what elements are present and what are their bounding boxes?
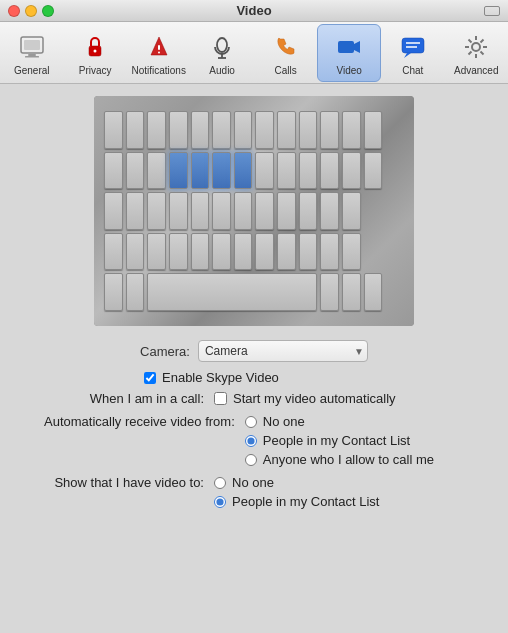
audio-icon <box>206 31 238 63</box>
auto-receive-anyone-label: Anyone who I allow to call me <box>263 452 434 467</box>
show-video-no-one-row: No one <box>214 475 379 490</box>
auto-receive-anyone-radio[interactable] <box>245 454 257 466</box>
chat-icon <box>397 31 429 63</box>
svg-point-9 <box>217 38 227 52</box>
svg-rect-7 <box>158 45 160 50</box>
toolbar-item-general[interactable]: General <box>0 24 63 82</box>
auto-receive-contact-list-row: People in my Contact List <box>245 433 434 448</box>
main-content: Camera: Camera ▼ Enable Skype Video When… <box>0 84 508 533</box>
toolbar-item-audio[interactable]: Audio <box>190 24 253 82</box>
titlebar: Video <box>0 0 508 22</box>
traffic-lights <box>8 5 54 17</box>
show-video-label: Show that I have video to: <box>44 475 214 490</box>
camera-preview <box>94 96 414 326</box>
svg-rect-14 <box>402 38 424 53</box>
svg-line-23 <box>469 40 472 43</box>
camera-row: Camera: Camera ▼ <box>20 340 488 362</box>
enable-skype-video-checkbox[interactable] <box>144 372 156 384</box>
svg-line-25 <box>481 40 484 43</box>
svg-point-5 <box>94 50 97 53</box>
toolbar-item-notifications[interactable]: Notifications <box>127 24 190 82</box>
camera-label: Camera: <box>140 344 190 359</box>
auto-receive-no-one-label: No one <box>263 414 305 429</box>
auto-receive-section: Automatically receive video from: No one… <box>44 414 464 467</box>
svg-rect-12 <box>338 41 354 53</box>
advanced-icon <box>460 31 492 63</box>
toolbar-label-chat: Chat <box>402 65 423 76</box>
show-video-no-one-radio[interactable] <box>214 477 226 489</box>
when-in-call-section: When I am in a call: Start my video auto… <box>44 391 464 406</box>
options-section: Enable Skype Video When I am in a call: … <box>44 370 464 517</box>
show-video-section: Show that I have video to: No one People… <box>44 475 464 509</box>
video-icon <box>333 31 365 63</box>
show-video-no-one-label: No one <box>232 475 274 490</box>
auto-receive-contact-list-label: People in my Contact List <box>263 433 410 448</box>
toolbar-item-advanced[interactable]: Advanced <box>445 24 508 82</box>
show-video-contact-list-radio[interactable] <box>214 496 226 508</box>
toolbar-label-audio: Audio <box>209 65 235 76</box>
svg-marker-13 <box>354 41 360 53</box>
toolbar: General Privacy Notifications <box>0 22 508 84</box>
enable-skype-video-row: Enable Skype Video <box>144 370 464 385</box>
general-icon <box>16 31 48 63</box>
start-video-label: Start my video automatically <box>233 391 396 406</box>
toolbar-item-privacy[interactable]: Privacy <box>63 24 126 82</box>
maximize-button[interactable] <box>42 5 54 17</box>
camera-select-wrapper[interactable]: Camera ▼ <box>198 340 368 362</box>
auto-receive-anyone-row: Anyone who I allow to call me <box>245 452 434 467</box>
auto-receive-no-one-radio[interactable] <box>245 416 257 428</box>
toolbar-item-chat[interactable]: Chat <box>381 24 444 82</box>
svg-marker-15 <box>404 53 411 58</box>
window-title: Video <box>236 3 271 18</box>
camera-select[interactable]: Camera <box>198 340 368 362</box>
toolbar-label-calls: Calls <box>274 65 296 76</box>
resize-handle[interactable] <box>484 6 500 16</box>
auto-receive-contact-list-radio[interactable] <box>245 435 257 447</box>
svg-rect-2 <box>28 54 36 56</box>
keyboard-image <box>94 96 414 326</box>
svg-point-8 <box>158 52 160 54</box>
show-video-contact-list-row: People in my Contact List <box>214 494 379 509</box>
show-video-contact-list-label: People in my Contact List <box>232 494 379 509</box>
when-in-call-label: When I am in a call: <box>44 391 214 406</box>
toolbar-label-privacy: Privacy <box>79 65 112 76</box>
start-video-checkbox[interactable] <box>214 392 227 405</box>
calls-icon <box>270 31 302 63</box>
notifications-icon <box>143 31 175 63</box>
svg-point-18 <box>472 43 480 51</box>
enable-skype-video-label: Enable Skype Video <box>162 370 279 385</box>
svg-rect-3 <box>25 56 39 58</box>
svg-line-26 <box>469 52 472 55</box>
auto-receive-label: Automatically receive video from: <box>44 414 245 429</box>
toolbar-item-video[interactable]: Video <box>317 24 381 82</box>
svg-rect-1 <box>24 40 40 50</box>
toolbar-label-notifications: Notifications <box>131 65 185 76</box>
toolbar-label-video: Video <box>337 65 362 76</box>
svg-line-24 <box>481 52 484 55</box>
privacy-icon <box>79 31 111 63</box>
start-video-row: Start my video automatically <box>214 391 396 406</box>
close-button[interactable] <box>8 5 20 17</box>
toolbar-label-advanced: Advanced <box>454 65 498 76</box>
minimize-button[interactable] <box>25 5 37 17</box>
auto-receive-no-one-row: No one <box>245 414 434 429</box>
toolbar-item-calls[interactable]: Calls <box>254 24 317 82</box>
toolbar-label-general: General <box>14 65 50 76</box>
